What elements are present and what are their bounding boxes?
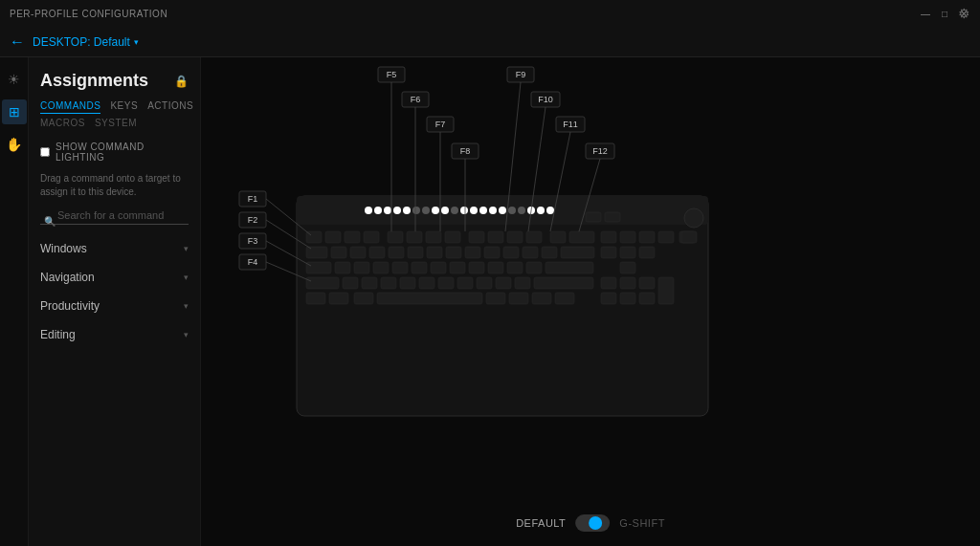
svg-rect-47 bbox=[427, 247, 442, 258]
show-lighting-checkbox[interactable] bbox=[40, 147, 50, 157]
svg-rect-85 bbox=[620, 277, 635, 289]
main-layout: ☀ ⊞ ✋ Assignments 🔒 COMMANDS KEYS ACTION… bbox=[0, 57, 980, 546]
category-productivity-label: Productivity bbox=[40, 299, 100, 313]
svg-rect-39 bbox=[658, 231, 674, 243]
restore-button[interactable]: □ bbox=[938, 7, 951, 20]
svg-rect-36 bbox=[601, 231, 616, 243]
chevron-down-icon: ▾ bbox=[184, 330, 189, 339]
category-windows[interactable]: Windows ▾ bbox=[29, 234, 200, 263]
svg-rect-100 bbox=[586, 212, 601, 222]
svg-point-5 bbox=[393, 207, 401, 214]
svg-line-114 bbox=[266, 262, 311, 281]
svg-rect-51 bbox=[503, 247, 519, 258]
category-productivity[interactable]: Productivity ▾ bbox=[29, 292, 200, 320]
svg-rect-97 bbox=[639, 293, 655, 304]
svg-rect-57 bbox=[639, 247, 655, 258]
svg-point-6 bbox=[403, 207, 411, 214]
svg-rect-32 bbox=[507, 231, 523, 243]
svg-rect-88 bbox=[329, 293, 348, 304]
svg-rect-45 bbox=[389, 247, 404, 258]
svg-rect-55 bbox=[601, 247, 616, 258]
titlebar: PER-PROFILE CONFIGURATION — □ ✕ ⚙ bbox=[0, 0, 980, 27]
hand-icon-button[interactable]: ✋ bbox=[2, 132, 27, 157]
svg-rect-112 bbox=[239, 254, 266, 270]
tab-actions[interactable]: ACTIONS bbox=[147, 98, 193, 114]
svg-rect-96 bbox=[620, 293, 635, 304]
svg-rect-130 bbox=[531, 92, 560, 107]
svg-rect-25 bbox=[364, 231, 379, 243]
svg-rect-77 bbox=[419, 277, 434, 289]
minimize-button[interactable]: — bbox=[919, 7, 932, 20]
chevron-down-icon: ▾ bbox=[184, 273, 189, 282]
svg-rect-58 bbox=[306, 262, 331, 273]
sidebar: Assignments 🔒 COMMANDS KEYS ACTIONS MACR… bbox=[29, 57, 201, 546]
svg-point-8 bbox=[422, 207, 430, 214]
assignments-icon-button[interactable]: ⊞ bbox=[2, 99, 27, 124]
brightness-icon-button[interactable]: ☀ bbox=[2, 67, 27, 92]
svg-line-129 bbox=[505, 82, 521, 231]
sub-tab-system[interactable]: SYSTEM bbox=[95, 118, 137, 128]
profile-selector[interactable]: DESKTOP: Default ▾ bbox=[33, 35, 139, 49]
svg-rect-71 bbox=[620, 262, 635, 273]
svg-rect-65 bbox=[450, 262, 465, 273]
category-editing-label: Editing bbox=[40, 328, 76, 341]
search-input[interactable] bbox=[40, 207, 189, 225]
settings-icon[interactable]: ⚙ bbox=[958, 6, 970, 21]
svg-rect-22 bbox=[306, 231, 322, 243]
svg-rect-31 bbox=[488, 231, 503, 243]
svg-point-4 bbox=[384, 207, 391, 214]
svg-text:F2: F2 bbox=[248, 215, 258, 225]
tab-keys[interactable]: KEYS bbox=[110, 98, 138, 114]
category-editing[interactable]: Editing ▾ bbox=[29, 320, 200, 349]
svg-point-18 bbox=[518, 207, 525, 214]
svg-line-132 bbox=[528, 107, 546, 231]
svg-text:F3: F3 bbox=[248, 236, 258, 246]
chevron-down-icon: ▾ bbox=[184, 244, 189, 253]
svg-rect-35 bbox=[569, 231, 594, 243]
svg-rect-79 bbox=[457, 277, 473, 289]
mode-toggle-switch[interactable] bbox=[575, 514, 610, 532]
svg-point-7 bbox=[412, 207, 420, 214]
sub-tabs-row: MACROS SYSTEM bbox=[29, 118, 200, 128]
svg-text:F11: F11 bbox=[563, 120, 578, 129]
topbar: ← DESKTOP: Default ▾ bbox=[0, 27, 980, 57]
svg-rect-26 bbox=[388, 231, 403, 243]
icon-bar: ☀ ⊞ ✋ bbox=[0, 57, 29, 546]
svg-rect-68 bbox=[507, 262, 523, 273]
svg-rect-133 bbox=[556, 117, 585, 132]
svg-rect-124 bbox=[452, 143, 479, 159]
svg-line-111 bbox=[266, 241, 311, 266]
svg-point-10 bbox=[441, 207, 449, 214]
svg-rect-84 bbox=[601, 277, 616, 289]
show-lighting-row: SHOW COMMAND LIGHTING bbox=[29, 138, 200, 166]
svg-rect-66 bbox=[469, 262, 484, 273]
category-navigation[interactable]: Navigation ▾ bbox=[29, 263, 200, 292]
svg-rect-63 bbox=[412, 262, 427, 273]
tabs-row: COMMANDS KEYS ACTIONS bbox=[29, 98, 200, 114]
svg-rect-103 bbox=[239, 191, 266, 207]
svg-rect-33 bbox=[526, 231, 542, 243]
tab-commands[interactable]: COMMANDS bbox=[40, 98, 100, 114]
svg-rect-106 bbox=[239, 212, 266, 228]
keyboard-svg: F1 F2 F3 F4 F5 F6 F7 F8 bbox=[201, 57, 980, 546]
svg-rect-41 bbox=[306, 247, 327, 258]
svg-text:F10: F10 bbox=[538, 95, 553, 104]
svg-rect-109 bbox=[239, 233, 266, 249]
svg-rect-59 bbox=[335, 262, 350, 273]
svg-text:F8: F8 bbox=[460, 146, 471, 156]
svg-rect-1 bbox=[297, 196, 708, 225]
sub-tab-macros[interactable]: MACROS bbox=[40, 118, 85, 128]
svg-rect-23 bbox=[325, 231, 341, 243]
svg-rect-62 bbox=[392, 262, 408, 273]
svg-rect-80 bbox=[477, 277, 492, 289]
chevron-down-icon: ▾ bbox=[184, 301, 189, 311]
svg-rect-89 bbox=[354, 293, 373, 304]
svg-rect-76 bbox=[400, 277, 415, 289]
default-label: DEFAULT bbox=[516, 517, 566, 529]
svg-rect-93 bbox=[532, 293, 551, 304]
svg-rect-43 bbox=[350, 247, 366, 258]
show-lighting-label: SHOW COMMAND LIGHTING bbox=[56, 142, 189, 163]
back-button[interactable]: ← bbox=[10, 33, 25, 51]
content-area: F1 F2 F3 F4 F5 F6 F7 F8 bbox=[201, 57, 980, 546]
svg-point-102 bbox=[684, 208, 703, 228]
